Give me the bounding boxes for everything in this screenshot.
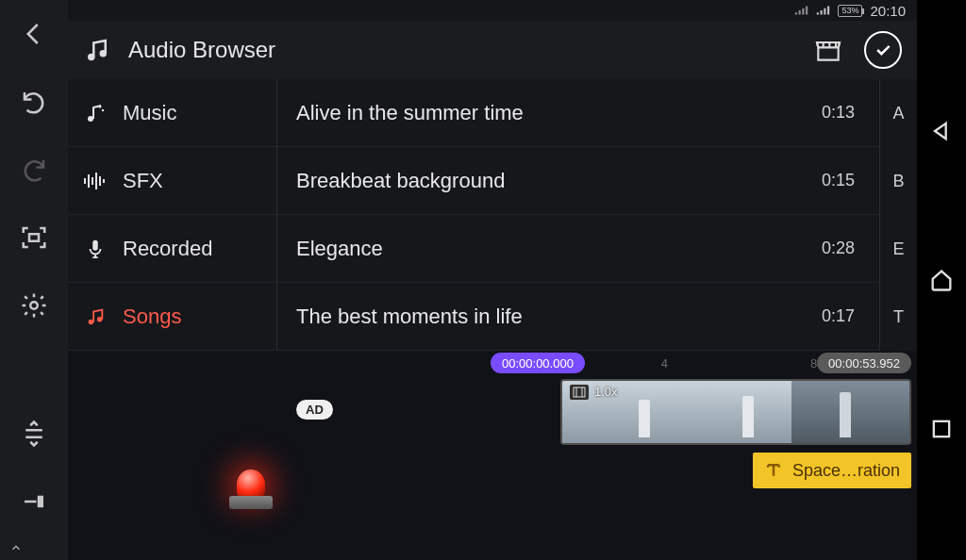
svg-rect-18 bbox=[92, 177, 93, 185]
store-icon bbox=[813, 35, 843, 65]
svg-rect-10 bbox=[827, 7, 829, 15]
battery-indicator: 53% bbox=[838, 5, 862, 17]
redo-button[interactable] bbox=[0, 136, 68, 204]
svg-point-14 bbox=[99, 105, 102, 107]
track-title: The best moments in life bbox=[296, 305, 523, 329]
svg-point-11 bbox=[88, 54, 95, 61]
check-icon bbox=[874, 41, 892, 59]
svg-rect-9 bbox=[824, 8, 826, 15]
alpha-letter[interactable]: T bbox=[880, 283, 917, 351]
category-music[interactable]: Music bbox=[68, 79, 276, 147]
text-clip-label: Space…ration bbox=[792, 461, 900, 481]
svg-rect-2 bbox=[38, 496, 43, 508]
category-list: Music SFX Recorded Songs bbox=[68, 79, 277, 351]
ad-badge: AD bbox=[296, 400, 333, 420]
mic-icon bbox=[83, 237, 108, 261]
expand-corner[interactable] bbox=[0, 535, 68, 560]
track-duration: 0:13 bbox=[822, 103, 855, 123]
left-toolbar bbox=[0, 0, 68, 560]
android-nav-bar bbox=[917, 0, 966, 560]
playhead-time: 00:00:00.000 bbox=[502, 356, 574, 371]
track-row[interactable]: Elegance 0:28 bbox=[277, 215, 879, 283]
audio-browser-body: Music SFX Recorded Songs Alive in bbox=[68, 79, 917, 351]
svg-rect-3 bbox=[795, 12, 797, 14]
redo-icon bbox=[20, 156, 48, 184]
alpha-letter[interactable]: B bbox=[880, 147, 917, 215]
svg-rect-22 bbox=[92, 239, 98, 250]
expand-vertical-icon bbox=[20, 420, 48, 448]
timeline-expand-button[interactable] bbox=[0, 400, 68, 468]
svg-point-1 bbox=[30, 302, 38, 309]
alpha-index: A B E T bbox=[879, 79, 917, 351]
chevron-up-small-icon bbox=[9, 541, 23, 554]
jump-end-button[interactable] bbox=[0, 468, 68, 535]
svg-rect-6 bbox=[806, 7, 808, 15]
music-spark-icon bbox=[83, 101, 108, 125]
timeline-ruler[interactable]: 00:00:00.000 4 8 00:00:53.952 bbox=[491, 351, 917, 377]
alpha-letter[interactable]: E bbox=[880, 215, 917, 283]
svg-rect-17 bbox=[88, 174, 90, 188]
category-songs[interactable]: Songs bbox=[68, 283, 276, 351]
track-row[interactable]: Alive in the summer time 0:13 bbox=[277, 79, 879, 147]
capture-button[interactable] bbox=[0, 204, 68, 272]
main-area: 53% 20:10 Audio Browser Music bbox=[68, 0, 917, 560]
timeline[interactable]: 00:00:00.000 4 8 00:00:53.952 1.0x bbox=[491, 351, 917, 560]
clock: 20:10 bbox=[870, 3, 906, 19]
track-duration: 0:15 bbox=[822, 171, 855, 190]
nav-back-button[interactable] bbox=[928, 118, 955, 144]
text-icon bbox=[764, 461, 783, 480]
playhead-time-pill[interactable]: 00:00:00.000 bbox=[491, 353, 585, 373]
track-duration: 0:17 bbox=[822, 306, 855, 326]
svg-rect-20 bbox=[99, 176, 101, 186]
track-title: Elegance bbox=[296, 237, 383, 261]
page-title: Audio Browser bbox=[128, 37, 275, 63]
signal-icon-2 bbox=[816, 5, 830, 16]
jump-to-end-icon bbox=[20, 487, 48, 516]
text-clip[interactable]: Space…ration bbox=[753, 453, 911, 488]
signal-icon bbox=[794, 5, 808, 16]
ad-panel[interactable]: AD bbox=[68, 351, 491, 560]
category-label: Recorded bbox=[123, 237, 212, 261]
settings-button[interactable] bbox=[0, 272, 68, 339]
alpha-letter[interactable]: A bbox=[880, 79, 917, 147]
svg-rect-7 bbox=[817, 12, 819, 14]
audio-browser-icon bbox=[83, 36, 111, 64]
track-list: Alive in the summer time 0:13 Breakbeat … bbox=[277, 79, 879, 351]
category-recorded[interactable]: Recorded bbox=[68, 215, 276, 283]
square-icon bbox=[928, 416, 955, 442]
timeline-zone: AD 00:00:00.000 4 8 00:00:53.952 bbox=[68, 351, 917, 560]
svg-rect-16 bbox=[84, 178, 86, 184]
svg-point-15 bbox=[102, 108, 104, 110]
film-icon bbox=[570, 385, 589, 400]
svg-point-12 bbox=[100, 50, 108, 58]
nav-home-button[interactable] bbox=[928, 267, 955, 293]
waveform-icon bbox=[83, 169, 108, 193]
svg-rect-29 bbox=[934, 421, 949, 436]
triangle-back-icon bbox=[928, 118, 955, 144]
end-time: 00:00:53.952 bbox=[828, 356, 900, 371]
back-button[interactable] bbox=[0, 0, 68, 68]
track-title: Breakbeat background bbox=[296, 169, 505, 193]
confirm-button[interactable] bbox=[864, 31, 902, 69]
siren-icon bbox=[218, 443, 284, 509]
track-title: Alive in the summer time bbox=[296, 101, 524, 125]
end-time-pill: 00:00:53.952 bbox=[817, 353, 911, 373]
category-label: SFX bbox=[123, 169, 163, 193]
category-sfx[interactable]: SFX bbox=[68, 147, 276, 215]
nav-recents-button[interactable] bbox=[928, 416, 955, 442]
svg-rect-8 bbox=[821, 10, 823, 15]
video-clip[interactable]: 1.0x bbox=[560, 379, 911, 445]
track-duration: 0:28 bbox=[822, 239, 855, 258]
home-outline-icon bbox=[928, 267, 955, 293]
store-button[interactable] bbox=[809, 31, 847, 69]
chevron-left-icon bbox=[20, 20, 48, 48]
track-row[interactable]: The best moments in life 0:17 bbox=[277, 283, 879, 351]
track-row[interactable]: Breakbeat background 0:15 bbox=[277, 147, 879, 215]
category-label: Music bbox=[123, 101, 176, 125]
undo-button[interactable] bbox=[0, 68, 68, 136]
gear-icon bbox=[20, 291, 48, 320]
music-note-icon bbox=[83, 305, 108, 329]
ruler-mark: 4 bbox=[661, 356, 668, 371]
header: Audio Browser bbox=[68, 21, 917, 79]
capture-frame-icon bbox=[20, 223, 48, 252]
